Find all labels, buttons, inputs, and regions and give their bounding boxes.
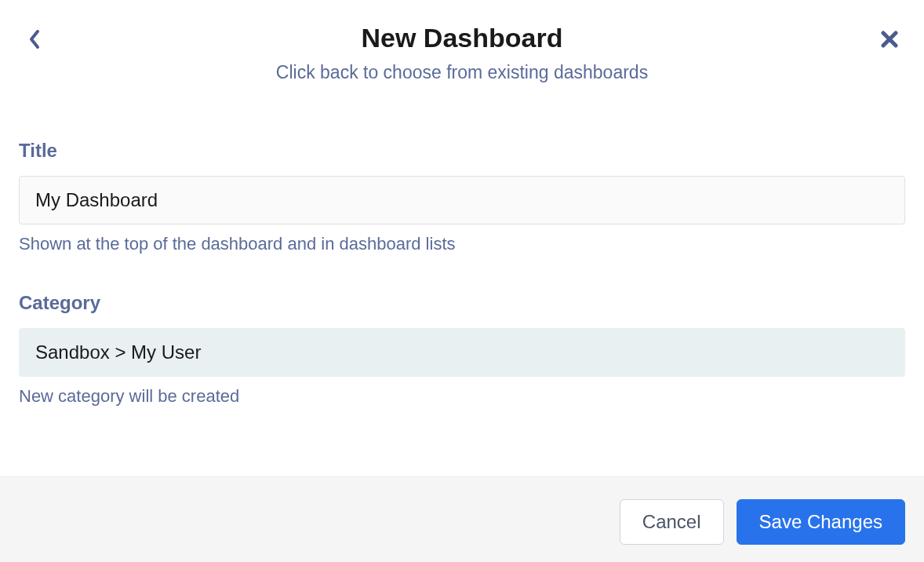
- title-label: Title: [19, 140, 905, 162]
- category-label: Category: [19, 292, 905, 314]
- save-button[interactable]: Save Changes: [737, 499, 905, 545]
- dialog-title: New Dashboard: [19, 22, 905, 54]
- category-hint: New category will be created: [19, 386, 905, 407]
- category-field-group: Category Sandbox > My User New category …: [19, 292, 905, 407]
- close-icon: [881, 31, 898, 51]
- dialog-content: Title Shown at the top of the dashboard …: [0, 93, 924, 476]
- close-button[interactable]: [877, 28, 902, 53]
- back-button[interactable]: [22, 28, 47, 53]
- title-hint: Shown at the top of the dashboard and in…: [19, 234, 905, 254]
- dialog-header: New Dashboard Click back to choose from …: [0, 0, 924, 93]
- title-input[interactable]: [19, 176, 905, 224]
- chevron-left-icon: [28, 28, 41, 53]
- dialog-subtitle: Click back to choose from existing dashb…: [19, 62, 905, 83]
- dialog-footer: Cancel Save Changes: [0, 476, 924, 562]
- category-select[interactable]: Sandbox > My User: [19, 328, 905, 377]
- title-field-group: Title Shown at the top of the dashboard …: [19, 140, 905, 254]
- cancel-button[interactable]: Cancel: [620, 499, 724, 545]
